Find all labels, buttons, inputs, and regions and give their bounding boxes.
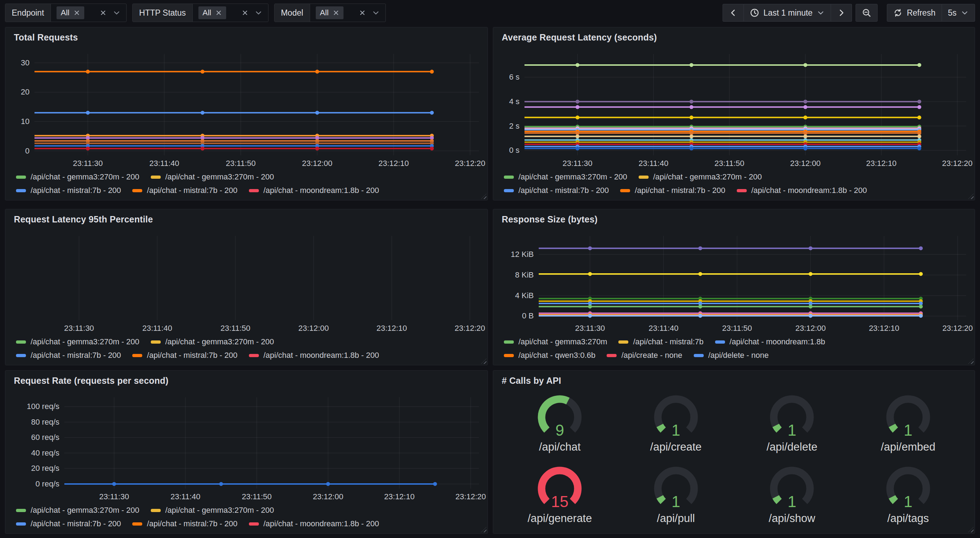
panel-resize-handle[interactable] xyxy=(481,359,487,364)
remove-chip-icon[interactable] xyxy=(73,10,80,16)
panel-resize-handle[interactable] xyxy=(481,194,487,199)
timeseries-plot-area[interactable] xyxy=(64,397,479,489)
panel-resize-handle[interactable] xyxy=(968,359,974,364)
filter-selected-chip[interactable]: All xyxy=(316,6,344,19)
legend-item[interactable]: /api/chat - mistral:7b - 200 xyxy=(132,351,237,360)
chevron-down-icon[interactable] xyxy=(372,9,380,17)
time-shift-forward-button[interactable] xyxy=(831,4,852,22)
clear-filter-icon[interactable] xyxy=(242,10,248,16)
legend-item[interactable]: /api/create - none xyxy=(607,351,682,360)
legend-item[interactable]: /api/chat - gemma3:270m - 200 xyxy=(16,172,139,182)
gauge-api-chat: 9/api/chat xyxy=(502,386,618,458)
panel-title[interactable]: Request Latency 95th Percentile xyxy=(14,214,479,225)
panel-title[interactable]: # Calls by API xyxy=(502,376,966,386)
legend-item[interactable]: /api/chat - gemma3:270m - 200 xyxy=(16,506,139,515)
legend-item[interactable]: /api/chat - mistral:7b - 200 xyxy=(16,351,121,360)
y-axis-tick-label: 0 xyxy=(25,146,30,156)
legend-row: /api/chat - gemma3:270m - 200/api/chat -… xyxy=(504,172,966,182)
timeseries-plot-area[interactable] xyxy=(539,236,966,320)
gauge-arc: 1 xyxy=(646,390,706,439)
x-axis-tick-label: 23:11:40 xyxy=(170,492,200,501)
filter-value-dropdown[interactable]: All xyxy=(193,4,268,22)
legend-item[interactable]: /api/delete - none xyxy=(694,351,769,360)
legend-item[interactable]: /api/chat - gemma3:270m - 200 xyxy=(151,506,274,515)
chevron-down-icon[interactable] xyxy=(113,9,121,17)
legend-item[interactable]: /api/chat - mistral:7b xyxy=(618,337,703,346)
remove-chip-icon[interactable] xyxy=(215,10,222,16)
gauge-arc: 1 xyxy=(646,462,706,511)
x-axis-tick-label: 23:12:00 xyxy=(302,159,332,168)
legend-item[interactable]: /api/chat - gemma3:270m - 200 xyxy=(151,172,274,182)
calls-by-api-gauges: 9/api/chat1/api/create1/api/delete1/api/… xyxy=(502,386,966,529)
legend-item[interactable]: /api/chat - gemma3:270m - 200 xyxy=(151,337,274,346)
legend-series-color-chip xyxy=(694,354,704,357)
x-axis-tick-label: 23:11:30 xyxy=(64,324,94,333)
filter-selected-chip[interactable]: All xyxy=(57,6,84,19)
clear-filter-icon[interactable] xyxy=(100,10,106,16)
legend-series-color-chip xyxy=(504,354,514,357)
panel-average-request-latency: Average Request Latency (seconds) 6 s4 s… xyxy=(493,27,975,200)
chart-legend: /api/chat - gemma3:270m - 200/api/chat -… xyxy=(16,506,479,528)
legend-item[interactable]: /api/chat - mistral:7b - 200 xyxy=(620,186,725,195)
total-requests-chart: 302010023:11:3023:11:4023:11:5023:12:002… xyxy=(14,44,479,196)
time-range-picker[interactable]: Last 1 minute xyxy=(744,4,831,22)
y-axis-tick-label: 30 xyxy=(21,58,30,68)
legend-item[interactable]: /api/chat - gemma3:270m - 200 xyxy=(639,172,762,182)
legend-item[interactable]: /api/chat - moondream:1.8b - 200 xyxy=(249,186,379,195)
refresh-interval-dropdown[interactable]: 5s xyxy=(942,4,975,22)
legend-item[interactable]: /api/chat - mistral:7b - 200 xyxy=(132,186,237,195)
legend-series-color-chip xyxy=(607,354,617,357)
legend-series-label: /api/chat - gemma3:270m - 200 xyxy=(165,506,274,515)
y-axis-tick-label: 6 s xyxy=(509,73,520,82)
time-shift-back-button[interactable] xyxy=(722,4,744,22)
x-axis-tick-label: 23:11:30 xyxy=(563,159,592,168)
legend-item[interactable]: /api/chat - gemma3:270m - 200 xyxy=(504,172,627,182)
zoom-out-time-button[interactable] xyxy=(856,4,878,22)
panel-resize-handle[interactable] xyxy=(968,194,974,199)
gauge-api-create: 1/api/create xyxy=(618,386,734,458)
panel-title[interactable]: Total Requests xyxy=(14,32,479,43)
chevron-down-icon[interactable] xyxy=(255,9,262,17)
filter-actions xyxy=(359,9,380,17)
gauge-arc: 1 xyxy=(762,390,822,439)
y-axis-tick-label: 40 req/s xyxy=(31,448,60,458)
time-range-group: Last 1 minute xyxy=(722,4,852,22)
panel-calls-by-api: # Calls by API 9/api/chat1/api/create1/a… xyxy=(493,370,975,534)
legend-item[interactable]: /api/chat - gemma3:270m - 200 xyxy=(16,337,139,346)
timeseries-plot-area[interactable] xyxy=(525,54,966,155)
legend-item[interactable]: /api/chat - qwen3:0.6b xyxy=(504,351,595,360)
timeseries-plot-area[interactable] xyxy=(24,236,479,320)
remove-chip-icon[interactable] xyxy=(333,10,339,16)
legend-item[interactable]: /api/chat - mistral:7b - 200 xyxy=(16,186,121,195)
y-axis: 12 KiB8 KiB4 KiB0 B xyxy=(502,236,539,320)
filter-value-dropdown[interactable]: All xyxy=(310,4,385,22)
legend-item[interactable]: /api/chat - moondream:1.8b xyxy=(715,337,825,346)
legend-series-color-chip xyxy=(132,522,142,525)
legend-item[interactable]: /api/chat - mistral:7b - 200 xyxy=(132,519,237,528)
panel-title[interactable]: Average Request Latency (seconds) xyxy=(502,32,966,43)
refresh-button[interactable]: Refresh xyxy=(887,4,942,22)
timeseries-plot-area[interactable] xyxy=(35,54,479,155)
legend-item[interactable]: /api/chat - moondream:1.8b - 200 xyxy=(249,519,379,528)
panel-resize-handle[interactable] xyxy=(481,527,487,532)
y-axis-tick-label: 4 s xyxy=(509,97,520,106)
legend-item[interactable]: /api/chat - mistral:7b - 200 xyxy=(504,186,609,195)
legend-series-color-chip xyxy=(16,340,26,344)
gauge-label: /api/pull xyxy=(657,512,695,525)
legend-item[interactable]: /api/chat - moondream:1.8b - 200 xyxy=(737,186,867,195)
gauge-label: /api/embed xyxy=(881,441,935,454)
clear-filter-icon[interactable] xyxy=(359,10,366,16)
panel-resize-handle[interactable] xyxy=(968,527,974,532)
x-axis: 23:11:3023:11:4023:11:5023:12:0023:12:10… xyxy=(525,155,966,170)
panel-title[interactable]: Request Rate (requests per second) xyxy=(14,376,479,386)
legend-item[interactable]: /api/chat - gemma3:270m xyxy=(504,337,607,346)
panel-title[interactable]: Response Size (bytes) xyxy=(502,214,966,225)
legend-item[interactable]: /api/chat - mistral:7b - 200 xyxy=(16,519,121,528)
filter-selected-chip[interactable]: All xyxy=(199,6,226,19)
filter-value-dropdown[interactable]: All xyxy=(51,4,126,22)
template-variable-filters: EndpointAllHTTP StatusAllModelAll xyxy=(5,3,386,22)
legend-item[interactable]: /api/chat - moondream:1.8b - 200 xyxy=(249,351,379,360)
filter-chip-value: All xyxy=(320,8,329,17)
chart-legend: /api/chat - gemma3:270m - 200/api/chat -… xyxy=(16,337,479,360)
y-axis-tick-label: 20 req/s xyxy=(31,464,60,473)
